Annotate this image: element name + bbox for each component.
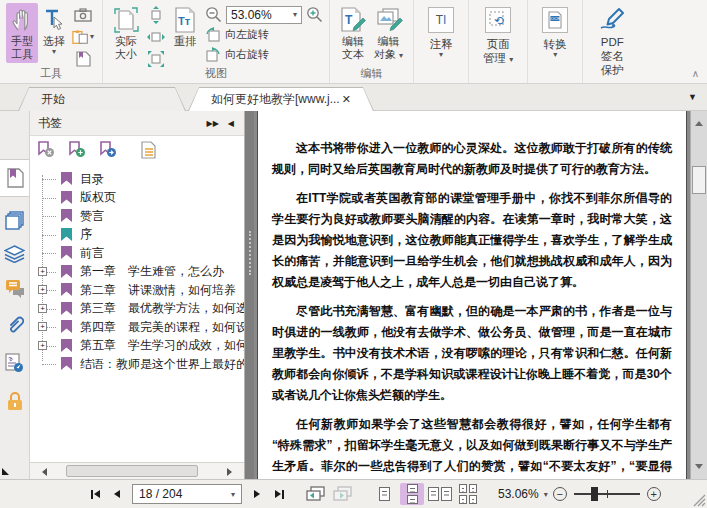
scroll-up-icon[interactable] [695, 117, 703, 126]
page-thumbnails-tab[interactable] [0, 211, 29, 230]
zoom-level-combo[interactable]: 53.06% ▾ [226, 6, 302, 24]
bookmark-item[interactable]: + 第一章 学生难管，怎么办 [30, 263, 244, 282]
ribbon-group-page-mgmt: ⟲ 页面 管理 ▾ [469, 0, 528, 83]
rotate-left-button[interactable]: 向左旋转 [205, 25, 323, 44]
pdf-sign-button[interactable]: PDF 签名 保护 [589, 3, 635, 79]
reflow-button[interactable]: Tт 重排 [169, 3, 201, 50]
bookmarks-horizontal-scrollbar[interactable] [30, 462, 244, 479]
continuous-view-button[interactable] [400, 483, 424, 505]
edit-object-button[interactable]: 编辑 对象 ▾ [370, 3, 407, 63]
add-bookmark-button[interactable] [69, 141, 86, 158]
comment-button[interactable]: TI 注释 ▾ [420, 3, 462, 61]
resize-grip[interactable] [693, 494, 706, 507]
comments-tab[interactable] [0, 279, 29, 298]
bookmark-item[interactable]: 版权页 [30, 189, 244, 208]
bookmark-item-selected[interactable]: 序 [30, 226, 244, 245]
edit-text-button[interactable]: T 编辑 文本 [336, 3, 370, 63]
fit-width-button[interactable] [145, 27, 167, 46]
pdf-page[interactable]: 这本书将带你进入一位教师的心灵深处。这位教师敢于打破所有的传统规则，同时又给后英… [257, 111, 687, 479]
scrollbar-thumb[interactable] [692, 166, 706, 194]
edit-object-label-2: 对象 [374, 48, 396, 60]
facing-view-button[interactable] [428, 483, 452, 505]
expand-toggle-icon[interactable]: + [38, 322, 47, 331]
previous-page-button[interactable] [106, 484, 128, 504]
collapse-ribbon-icon[interactable]: ∧ [692, 68, 699, 79]
bookmarks-panel-header: 书签 ▶▶ ◀ [30, 111, 244, 136]
bookmark-item[interactable]: + 第三章 最优教学方法，如何选 [30, 300, 244, 319]
bookmarks-panel-title: 书签 [38, 115, 62, 132]
hand-icon [10, 5, 34, 35]
chevron-down-icon: ▾ [231, 490, 235, 499]
snapshot-button[interactable] [72, 5, 94, 24]
hand-tool-button[interactable]: 手型 工具 [6, 3, 38, 63]
panel-corner-handle[interactable] [2, 468, 9, 475]
paragraph: 尽管此书充满智慧、富有幽默，但的确是一本严肃的书，作者是一位与时俱进的一线教师，… [272, 301, 672, 406]
locate-bookmark-button[interactable] [100, 141, 117, 158]
bookmark-item[interactable]: 前言 [30, 244, 244, 263]
panel-expand-icon[interactable]: ▶▶ [207, 119, 219, 128]
scroll-right-icon[interactable] [227, 468, 236, 476]
scroll-down-icon[interactable] [695, 464, 703, 473]
document-view: 这本书将带你进入一位教师的心灵深处。这位教师敢于打破所有的传统规则，同时又给后英… [254, 111, 707, 479]
page-management-button[interactable]: ⟲ 页面 管理 ▾ [475, 3, 521, 67]
bookmark-item[interactable]: 目录 [30, 170, 244, 189]
tab-document[interactable]: 如何更好地教学[www.j... ✕ [188, 87, 374, 111]
convert-button[interactable]: OCR 转换 ▾ [534, 3, 576, 61]
zoom-slider-thumb[interactable] [591, 487, 598, 501]
attachments-tab[interactable] [0, 316, 29, 336]
expand-current-bookmark-button[interactable] [141, 141, 157, 159]
actual-size-button[interactable]: 实际 大小 [109, 3, 143, 63]
tab-start[interactable]: 开始 [18, 87, 186, 111]
expand-toggle-icon[interactable]: + [38, 285, 47, 294]
edit-object-icon [375, 5, 403, 35]
bookmark-item[interactable]: + 第四章 最完美的课程，如何设 [30, 318, 244, 337]
scrollbar-thumb[interactable] [66, 465, 198, 477]
bookmark-item[interactable]: 结语：教师是这个世界上最好的 [30, 355, 244, 374]
select-tool-button[interactable]: 选择 ▾ [38, 3, 70, 58]
security-tab[interactable] [0, 391, 29, 412]
bookmark-flag-icon [60, 191, 73, 205]
pdf-sign-label-2: 签名 [601, 49, 624, 63]
zoom-in-icon[interactable] [306, 6, 323, 23]
pdf-sign-pen-icon [597, 7, 627, 33]
bookmark-label: 第二章 讲课激情，如何培养 [80, 282, 236, 299]
document-vertical-scrollbar[interactable] [690, 111, 707, 479]
close-tab-icon[interactable]: ✕ [342, 93, 351, 106]
panel-collapse-icon[interactable]: ◀ [228, 119, 234, 128]
zoom-slider[interactable] [574, 487, 640, 501]
panel-splitter[interactable] [245, 111, 254, 479]
expand-toggle-icon[interactable]: + [38, 304, 47, 313]
bookmark-flag-icon [60, 265, 73, 279]
last-page-button[interactable] [268, 484, 290, 504]
zoom-out-icon[interactable] [205, 6, 222, 23]
chevron-down-icon[interactable]: ▾ [544, 490, 548, 499]
delete-bookmark-button[interactable] [38, 141, 55, 158]
tab-list-menu-icon[interactable]: ▼ [688, 92, 697, 102]
tab-start-label: 开始 [41, 91, 65, 108]
bookmark-item[interactable]: 赞言 [30, 207, 244, 226]
zoom-out-button[interactable]: − [553, 487, 567, 501]
single-page-view-button[interactable] [372, 483, 396, 505]
fit-page-button[interactable] [145, 5, 167, 24]
layers-tab[interactable] [0, 245, 29, 263]
previous-view-button[interactable] [306, 486, 325, 502]
zoom-percentage-value[interactable]: 53.06% [498, 487, 539, 501]
expand-toggle-icon[interactable]: + [38, 341, 47, 350]
page-number-input[interactable]: 18 / 204 ▾ [132, 484, 242, 504]
zoom-in-button[interactable]: + [647, 487, 661, 501]
signatures-tab[interactable] [0, 353, 29, 373]
scroll-left-icon[interactable] [38, 468, 47, 476]
next-page-button[interactable] [246, 484, 268, 504]
bookmarks-panel-tab[interactable] [0, 159, 29, 197]
first-page-button[interactable] [84, 484, 106, 504]
clipboard-paste-button[interactable]: ▾ [72, 27, 94, 46]
ribbon-toolbar: 手型 工具 选择 ▾ ▾ [0, 0, 707, 84]
bookmark-item[interactable]: + 第二章 讲课激情，如何培养 [30, 281, 244, 300]
bookmark-item[interactable]: + 第五章 学生学习的成效，如何 [30, 337, 244, 356]
rotate-right-button[interactable]: 向右旋转 [205, 45, 323, 64]
page-number-value: 18 / 204 [139, 487, 231, 501]
bookmark-label: 版权页 [80, 189, 116, 206]
next-view-button[interactable] [333, 486, 352, 502]
expand-toggle-icon[interactable]: + [38, 267, 47, 276]
continuous-facing-view-button[interactable] [456, 483, 480, 505]
